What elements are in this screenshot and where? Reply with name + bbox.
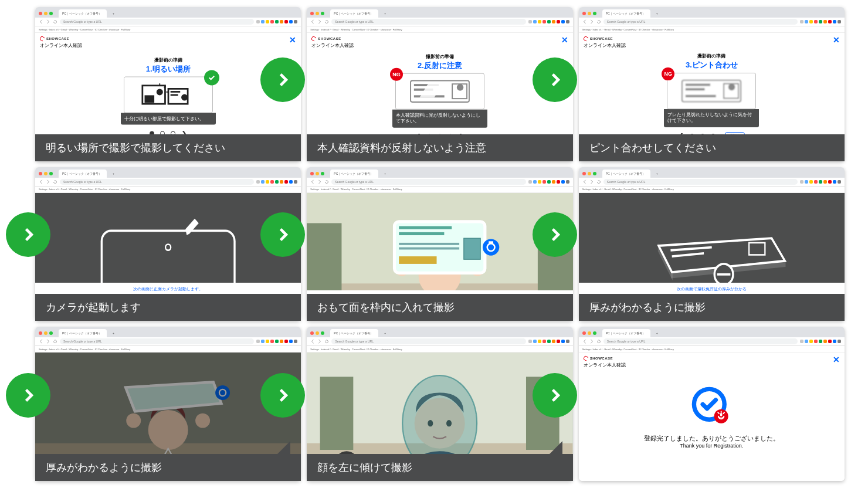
ng-badge: NG <box>390 68 403 81</box>
new-tab-button[interactable]: + <box>653 170 666 178</box>
new-tab-button[interactable]: + <box>653 329 666 337</box>
complete-text-en: Thank you for Registration. <box>680 443 743 449</box>
nav-back-icon[interactable] <box>39 339 43 344</box>
new-tab-button[interactable]: + <box>109 9 122 18</box>
svg-rect-5 <box>144 95 154 103</box>
omnibox[interactable]: Search Google or type a URL <box>60 338 254 344</box>
browser-tab[interactable]: PC｜ベーシック（オフ番号） <box>330 9 378 18</box>
svg-rect-40 <box>464 238 480 259</box>
nav-reload-icon[interactable] <box>53 19 57 24</box>
instr-pretitle: 撮影前の準備 <box>426 53 454 60</box>
nav-back-icon[interactable] <box>310 179 315 184</box>
nav-forward-icon[interactable] <box>589 179 594 184</box>
arrow-icon <box>533 57 577 102</box>
omnibox[interactable]: Search Google or type a URL <box>60 179 254 185</box>
browser-tab[interactable]: PC｜ベーシック（オフ番号） <box>602 9 650 18</box>
nav-reload-icon[interactable] <box>596 339 601 344</box>
nav-back-icon[interactable] <box>310 339 315 344</box>
instr-illustration-bright <box>124 77 213 113</box>
close-icon[interactable]: ✕ <box>289 35 296 45</box>
instr-desc: 本人確認資料に光が反射しないようにして下さい。 <box>392 110 487 128</box>
ok-badge-icon <box>204 70 219 86</box>
omnibox[interactable]: Search Google or type a URL <box>603 179 798 185</box>
nav-forward-icon[interactable] <box>589 339 594 344</box>
caption-text: 本人確認資料が反射しないよう注意 <box>317 141 486 155</box>
nav-forward-icon[interactable] <box>317 179 322 184</box>
new-tab-button[interactable]: + <box>381 170 394 178</box>
caption-bar: 厚みがわかるように撮影 <box>35 454 301 481</box>
caption-text: 明るい場所で撮影で撮影してください <box>46 141 225 155</box>
arrow-icon <box>260 373 305 418</box>
svg-point-14 <box>457 84 464 91</box>
caption-text: カメラが起動します <box>46 300 141 314</box>
nav-reload-icon[interactable] <box>324 339 329 344</box>
omnibox[interactable]: Search Google or type a URL <box>60 19 254 25</box>
caption-bar: 厚みがわかるように撮影 <box>579 294 845 321</box>
svg-point-60 <box>215 385 230 400</box>
svg-rect-20 <box>686 95 716 97</box>
svg-rect-8 <box>170 94 178 96</box>
nav-forward-icon[interactable] <box>317 19 322 24</box>
omnibox[interactable]: Search Google or type a URL <box>603 338 798 344</box>
bookmark-bar: Settings · Index of / · Gmail · Whereby … <box>307 346 572 353</box>
arrow-icon <box>6 212 50 257</box>
svg-point-1 <box>156 89 162 95</box>
brand-logo: SHOWCASE <box>584 36 840 41</box>
browser-tab[interactable]: PC｜ベーシック（オフ番号） <box>59 170 107 178</box>
nav-reload-icon[interactable] <box>596 19 601 24</box>
browser-tab[interactable]: PC｜ベーシック（オフ番号） <box>602 329 650 337</box>
svg-point-58 <box>195 414 210 428</box>
caption-text: 顔を左に傾けて撮影 <box>317 460 412 475</box>
close-icon[interactable]: ✕ <box>561 35 568 45</box>
svg-rect-36 <box>399 232 445 235</box>
nav-reload-icon[interactable] <box>53 179 57 184</box>
nav-forward-icon[interactable] <box>46 179 50 184</box>
new-tab-button[interactable]: + <box>653 9 666 18</box>
nav-back-icon[interactable] <box>39 179 43 184</box>
nav-forward-icon[interactable] <box>317 339 322 344</box>
new-tab-button[interactable]: + <box>109 329 122 337</box>
close-icon[interactable]: ✕ <box>833 35 840 45</box>
nav-forward-icon[interactable] <box>589 19 594 24</box>
browser-tab[interactable]: PC｜ベーシック（オフ番号） <box>330 329 378 337</box>
omnibox[interactable]: Search Google or type a URL <box>331 338 525 344</box>
browser-tab[interactable]: PC｜ベーシック（オフ番号） <box>59 329 107 337</box>
browser-tab[interactable]: PC｜ベーシック（オフ番号） <box>59 9 107 18</box>
nav-reload-icon[interactable] <box>53 339 57 344</box>
omnibox[interactable]: Search Google or type a URL <box>331 19 525 25</box>
complete-check-icon <box>690 385 733 428</box>
nav-reload-icon[interactable] <box>596 179 601 184</box>
browser-tab[interactable]: PC｜ベーシック（オフ番号） <box>330 170 378 178</box>
nav-back-icon[interactable] <box>39 19 43 24</box>
nav-forward-icon[interactable] <box>46 19 50 24</box>
new-tab-button[interactable]: + <box>381 329 394 337</box>
brand-logo: SHOWCASE <box>40 36 296 41</box>
svg-rect-19 <box>686 88 705 90</box>
nav-back-icon[interactable] <box>310 19 315 24</box>
browser-tabbar: PC｜ベーシック（オフ番号） + <box>35 7 301 18</box>
instr-title: 2.反射に注意 <box>418 60 462 71</box>
nav-reload-icon[interactable] <box>324 179 329 184</box>
instr-pretitle: 撮影前の準備 <box>154 57 182 63</box>
nav-back-icon[interactable] <box>582 179 587 184</box>
cell-7: PC｜ベーシック（オフ番号）+ Search Google or type a … <box>35 327 301 481</box>
page-subtitle: オンライン本人確認 <box>311 42 568 49</box>
caption-bar: 明るい場所で撮影で撮影してください <box>35 134 301 161</box>
arrow-icon <box>533 373 577 418</box>
instr-illustration-focus: NG <box>667 73 756 109</box>
caption-text: ピント合わせしてください <box>589 141 716 155</box>
nav-back-icon[interactable] <box>582 19 587 24</box>
new-tab-button[interactable]: + <box>109 170 122 178</box>
nav-back-icon[interactable] <box>582 339 587 344</box>
browser-tab[interactable]: PC｜ベーシック（オフ番号） <box>602 170 650 178</box>
instr-illustration-reflect: NG <box>395 73 484 110</box>
nav-forward-icon[interactable] <box>46 339 50 344</box>
svg-rect-29 <box>307 223 341 291</box>
svg-rect-37 <box>399 243 460 245</box>
instr-desc: 十分に明るい部屋で撮影して下さい。 <box>121 113 216 125</box>
omnibox[interactable]: Search Google or type a URL <box>331 179 525 185</box>
omnibox[interactable]: Search Google or type a URL <box>603 19 798 25</box>
bookmark-bar: Settings · Index of / · Gmail · Whereby … <box>579 187 845 193</box>
new-tab-button[interactable]: + <box>381 9 394 18</box>
nav-reload-icon[interactable] <box>324 19 329 24</box>
